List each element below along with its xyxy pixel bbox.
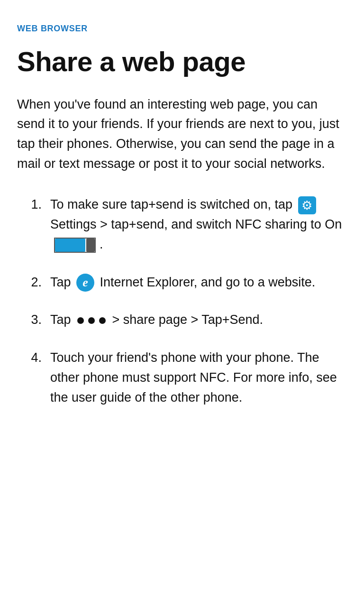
category-label: WEB BROWSER	[17, 24, 347, 34]
dot-1	[77, 317, 84, 324]
step-4-content: Touch your friend's phone with your phon…	[50, 348, 347, 408]
step-4: 4. Touch your friend's phone with your p…	[17, 348, 347, 408]
dot-3	[99, 317, 106, 324]
step-3: 3. Tap > share page > Tap+Send.	[17, 310, 347, 330]
dots-icon	[77, 317, 106, 324]
step-1-number: 1.	[17, 195, 50, 215]
step-3-number: 3.	[17, 310, 50, 330]
steps-list: 1. To make sure tap+send is switched on,…	[17, 195, 347, 408]
settings-icon	[298, 196, 316, 214]
step-1: 1. To make sure tap+send is switched on,…	[17, 195, 347, 255]
step-2: 2. Tap Internet Explorer, and go to a we…	[17, 273, 347, 293]
step-4-number: 4.	[17, 348, 50, 368]
toggle-icon	[52, 238, 98, 253]
dot-2	[88, 317, 95, 324]
step-2-content: Tap Internet Explorer, and go to a websi…	[50, 273, 347, 293]
ie-icon	[76, 274, 94, 292]
step-1-content: To make sure tap+send is switched on, ta…	[50, 195, 347, 255]
page-title: Share a web page	[17, 47, 347, 77]
step-2-number: 2.	[17, 273, 50, 293]
step-3-content: Tap > share page > Tap+Send.	[50, 310, 347, 330]
intro-paragraph: When you've found an interesting web pag…	[17, 95, 347, 174]
